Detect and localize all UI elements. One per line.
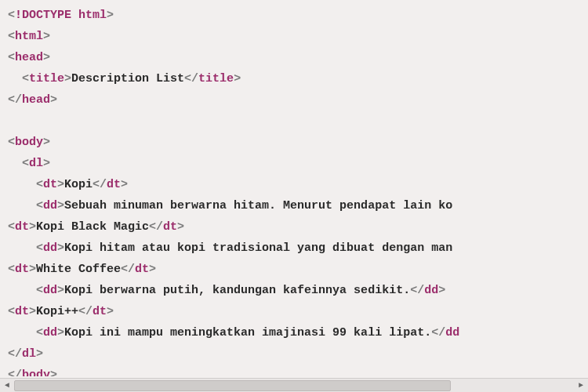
scrollbar-thumb[interactable]: [14, 380, 451, 391]
code-line: <dt>Kopi</dt>: [8, 174, 580, 195]
scroll-right-arrow-icon[interactable]: ►: [574, 379, 588, 393]
code-line: <dt>Kopi Black Magic</dt>: [8, 216, 580, 238]
code-line: <head>: [8, 47, 580, 68]
code-line: <dt>White Coffee</dt>: [8, 259, 580, 280]
scrollbar-track[interactable]: [14, 379, 574, 393]
code-line: <body>: [8, 132, 580, 153]
code-line: <title>Description List</title>: [8, 68, 580, 89]
code-line: <dd>Sebuah minuman berwarna hitam. Menur…: [8, 195, 580, 216]
horizontal-scrollbar[interactable]: ◄ ►: [0, 378, 588, 392]
code-line: <dd>Kopi berwarna putih, kandungan kafei…: [8, 280, 580, 301]
code-line: <dt>Kopi++</dt>: [8, 301, 580, 322]
code-line: <dd>Kopi hitam atau kopi tradisional yan…: [8, 238, 580, 259]
code-line: <dl>: [8, 153, 580, 174]
code-line: <dd>Kopi ini mampu meningkatkan imajinas…: [8, 322, 580, 343]
code-line: <html>: [8, 26, 580, 47]
code-line: </body>: [8, 365, 580, 376]
blank-line: [8, 111, 580, 132]
code-line: <!DOCTYPE html>: [8, 5, 580, 26]
code-editor-viewport: <!DOCTYPE html> <html> <head> <title>Des…: [0, 0, 588, 376]
scroll-left-arrow-icon[interactable]: ◄: [0, 379, 14, 393]
code-line: </dl>: [8, 343, 580, 365]
code-line: </head>: [8, 89, 580, 111]
